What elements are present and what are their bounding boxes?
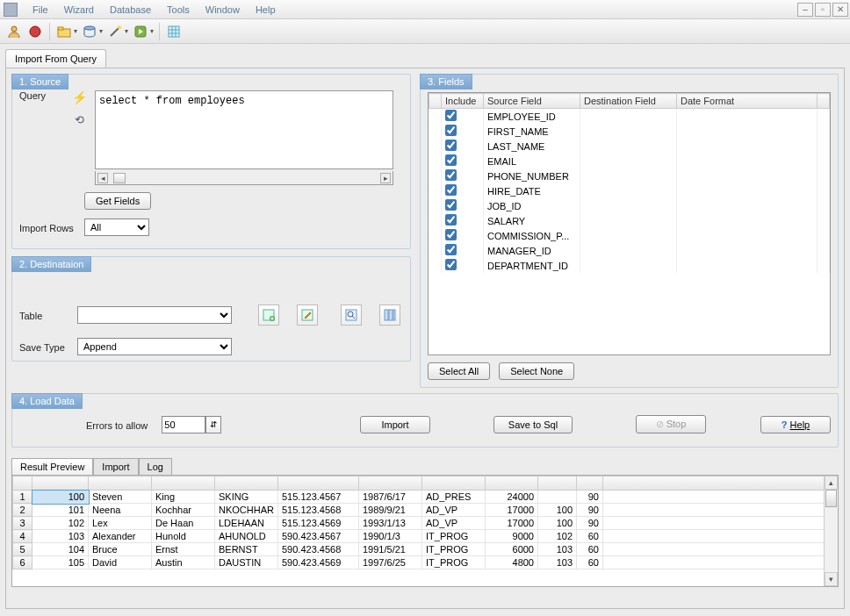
minimize-button[interactable]: –: [797, 3, 813, 17]
table-row[interactable]: 2101NeenaKochharNKOCHHAR515.123.45681989…: [13, 504, 838, 517]
cell: Hunold: [152, 530, 215, 543]
svg-point-0: [11, 26, 17, 32]
include-checkbox[interactable]: [445, 154, 457, 166]
load-data-legend: 4. Load Data: [11, 393, 83, 409]
fields-row[interactable]: LAST_NAME: [429, 139, 830, 154]
stop-button[interactable]: ⊘ Stop: [636, 415, 706, 433]
fields-row[interactable]: DEPARTMENT_ID: [429, 258, 830, 273]
tab-import-from-query[interactable]: Import From Query: [5, 49, 106, 68]
fields-row[interactable]: JOB_ID: [429, 198, 830, 213]
menu-help[interactable]: Help: [248, 2, 284, 18]
import-rows-select[interactable]: All: [84, 218, 149, 236]
tab-import[interactable]: Import: [93, 458, 138, 475]
restore-button[interactable]: ▫: [815, 3, 831, 17]
include-checkbox[interactable]: [445, 229, 457, 240]
menu-file[interactable]: File: [25, 2, 56, 18]
cell: 590.423.4567: [278, 530, 359, 543]
fields-row[interactable]: PHONE_NUMBER: [429, 168, 830, 183]
tool-grid-icon[interactable]: [165, 23, 183, 40]
cell: 105: [32, 556, 89, 569]
include-checkbox[interactable]: [445, 110, 457, 121]
include-checkbox[interactable]: [445, 169, 457, 181]
cell: 1993/1/13: [359, 517, 422, 530]
fields-row[interactable]: SALARY: [429, 213, 830, 228]
table-row[interactable]: 3102LexDe HaanLDEHAAN515.123.45691993/1/…: [13, 517, 838, 530]
table-row[interactable]: 6105DavidAustinDAUSTIN590.423.45691997/6…: [13, 556, 838, 569]
query-input[interactable]: select * from employees: [95, 90, 393, 169]
menu-wizard[interactable]: Wizard: [56, 2, 102, 18]
errors-spinner[interactable]: ⇵: [205, 416, 221, 433]
tool-red-icon[interactable]: [26, 23, 44, 40]
fields-row[interactable]: EMAIL: [429, 154, 830, 168]
fields-col-dest[interactable]: Destination Field: [580, 94, 677, 109]
tab-log[interactable]: Log: [139, 458, 172, 475]
get-fields-button[interactable]: Get Fields: [84, 192, 151, 210]
dest-icon-add[interactable]: [258, 304, 279, 326]
select-none-button[interactable]: Select None: [499, 362, 574, 380]
menu-database[interactable]: Database: [102, 2, 159, 18]
table-row[interactable]: 4103AlexanderHunoldAHUNOLD590.423.456719…: [13, 530, 838, 543]
import-button[interactable]: Import: [360, 416, 430, 433]
cell: 103: [32, 530, 89, 543]
cell: 101: [32, 504, 89, 517]
cell: Austin: [152, 556, 215, 569]
tool-user-icon[interactable]: [5, 23, 23, 40]
fields-col-source[interactable]: Source Field: [484, 94, 580, 109]
dest-icon-zoom[interactable]: [341, 304, 362, 326]
cell: 90: [577, 491, 603, 504]
source-field-cell: DEPARTMENT_ID: [484, 258, 580, 273]
import-rows-label: Import Rows: [19, 221, 77, 233]
cell: Steven: [89, 491, 152, 504]
tool-run-icon[interactable]: [132, 23, 149, 40]
menu-tools[interactable]: Tools: [159, 2, 198, 18]
fields-grid[interactable]: Include Source Field Destination Field D…: [428, 92, 831, 355]
close-button[interactable]: ✕: [832, 3, 848, 17]
cell: SKING: [215, 491, 278, 504]
fields-row[interactable]: COMMISSION_P...: [429, 228, 830, 243]
svg-point-1: [30, 26, 40, 37]
dest-icon-columns[interactable]: [379, 304, 400, 326]
table-row[interactable]: 5104BruceErnstBERNST590.423.45681991/5/2…: [13, 543, 838, 556]
cell: De Haan: [152, 517, 215, 530]
help-button[interactable]: ? Help: [760, 416, 831, 433]
fields-row[interactable]: MANAGER_ID: [429, 243, 830, 258]
include-checkbox[interactable]: [445, 259, 457, 270]
include-checkbox[interactable]: [445, 184, 457, 196]
cell: AD_PRES: [422, 491, 486, 504]
table-select[interactable]: [77, 306, 232, 324]
include-checkbox[interactable]: [445, 244, 457, 255]
loop-icon[interactable]: ⟲: [75, 113, 84, 126]
cell: 104: [32, 543, 89, 556]
include-checkbox[interactable]: [445, 140, 457, 151]
result-vscroll[interactable]: ▴▾: [824, 476, 838, 586]
query-hscroll[interactable]: ◂ ▸: [95, 171, 393, 185]
fields-row[interactable]: FIRST_NAME: [429, 124, 830, 139]
table-label: Table: [19, 309, 70, 321]
menu-window[interactable]: Window: [198, 2, 248, 18]
fields-row[interactable]: EMPLOYEE_ID: [429, 109, 830, 125]
source-field-cell: FIRST_NAME: [484, 124, 580, 139]
tool-folder-icon[interactable]: [55, 23, 73, 40]
dest-icon-edit[interactable]: [297, 304, 318, 326]
cell: 1991/5/21: [359, 543, 422, 556]
errors-input[interactable]: [162, 416, 205, 433]
tool-wand-icon[interactable]: [106, 23, 124, 40]
fields-col-include[interactable]: Include: [442, 94, 484, 109]
cell: IT_PROG: [422, 530, 486, 543]
include-checkbox[interactable]: [445, 214, 457, 226]
svg-point-6: [118, 25, 121, 29]
source-field-cell: EMPLOYEE_ID: [484, 109, 580, 125]
include-checkbox[interactable]: [445, 125, 457, 136]
save-to-sql-button[interactable]: Save to Sql: [493, 416, 573, 433]
tool-db-icon[interactable]: [81, 23, 98, 40]
fields-col-dateformat[interactable]: Date Format: [677, 94, 818, 109]
bolt-icon[interactable]: ⚡: [72, 90, 87, 104]
select-all-button[interactable]: Select All: [428, 362, 490, 380]
save-type-select[interactable]: Append: [77, 338, 232, 355]
include-checkbox[interactable]: [445, 199, 457, 211]
table-row[interactable]: 1100StevenKingSKING515.123.45671987/6/17…: [13, 491, 838, 504]
result-grid[interactable]: 1100StevenKingSKING515.123.45671987/6/17…: [11, 475, 839, 587]
fields-row[interactable]: HIRE_DATE: [429, 183, 830, 198]
tab-result-preview[interactable]: Result Preview: [11, 458, 93, 475]
cell: Neena: [89, 504, 152, 517]
